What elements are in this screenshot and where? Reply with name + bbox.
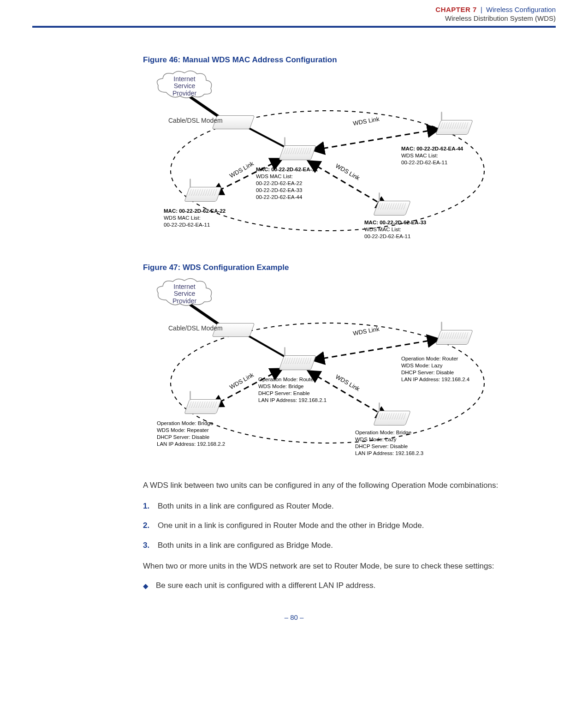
right-device-info-2: Operation Mode: Router WDS Mode: Lazy DH… — [401, 355, 469, 383]
center-mac: MAC: 00-22-2D-62-EA-11 — [256, 166, 318, 173]
router-left — [187, 187, 218, 206]
list-item-2-text: One unit in a link is configured in Rout… — [158, 520, 424, 532]
note-paragraph: When two or more units in the WDS networ… — [143, 561, 556, 572]
right-list-0: 00-22-2D-62-EA-11 — [401, 159, 463, 166]
bullet-item-1: ◆ Be sure each unit is configured with a… — [143, 581, 556, 590]
l2-l3: LAN IP Address: 192.168.2.2 — [157, 441, 225, 448]
right-mac: MAC: 00-22-2D-62-EA-44 — [401, 145, 463, 152]
router-left-2 — [187, 399, 218, 419]
list-number: 3. — [143, 540, 158, 551]
bottom-list-header: WDS MAC List: — [364, 226, 426, 233]
list-item-3-text: Both units in a link are configured as B… — [158, 540, 333, 551]
wds-link-label-4: WDS Link — [228, 371, 255, 391]
list-number: 1. — [143, 501, 158, 512]
right-device-info: MAC: 00-22-2D-62-EA-44 WDS MAC List: 00-… — [401, 145, 463, 166]
router-bottom-2 — [376, 411, 407, 430]
page-number: – 80 – — [32, 613, 556, 621]
wds-link-label-5: WDS Link — [352, 325, 380, 337]
r2-l3: LAN IP Address: 192.168.2.4 — [401, 376, 469, 383]
l2-l0: Operation Mode: Bridge — [157, 420, 225, 427]
left-list-header: WDS MAC List: — [164, 215, 226, 222]
numbered-list: 1. Both units in a link are configured a… — [143, 501, 556, 551]
c2-l0: Operation Mode: Router — [258, 376, 327, 383]
b2-l1: WDS Mode: Lazy — [355, 436, 423, 443]
left-list-0: 00-22-2D-62-EA-11 — [164, 222, 226, 228]
header-subline: Wireless Distribution System (WDS) — [32, 14, 556, 22]
left-device-info: MAC: 00-22-2D-62-EA-22 WDS MAC List: 00-… — [164, 208, 226, 228]
modem-label: Cable/DSL Modem — [168, 117, 223, 125]
isp-label-2: Internet Service Provider — [152, 283, 217, 305]
b2-l3: LAN IP Address: 192.168.2.3 — [355, 450, 423, 457]
l2-l2: DHCP Server: Disable — [157, 434, 225, 441]
wds-link-label-2: WDS Link — [352, 115, 380, 127]
center-device-info-2: Operation Mode: Router WDS Mode: Bridge … — [258, 376, 327, 404]
r2-l1: WDS Mode: Lazy — [401, 362, 469, 369]
bottom-device-info: MAC: 00-22-2D-62-EA-33 WDS MAC List: 00-… — [364, 219, 426, 240]
router-bottom — [376, 201, 407, 220]
figure47-title: Figure 47: WDS Configuration Example — [143, 263, 556, 272]
c2-l3: LAN IP Address: 192.168.2.1 — [258, 397, 327, 404]
bottom-list-0: 00-22-2D-62-EA-11 — [364, 233, 426, 240]
c2-l2: DHCP Server: Enable — [258, 390, 327, 397]
chapter-topic: Wireless Configuration — [486, 6, 556, 13]
l2-l1: WDS Mode: Repeater — [157, 427, 225, 434]
bottom-device-info-2: Operation Mode: Bridge WDS Mode: Lazy DH… — [355, 429, 423, 457]
r2-l0: Operation Mode: Router — [401, 355, 469, 362]
list-number: 2. — [143, 520, 158, 532]
figure46-diagram: Internet Service Provider Cable/DSL Mode… — [143, 69, 493, 245]
bullet-list: ◆ Be sure each unit is configured with a… — [143, 581, 556, 590]
center-list-0: 00-22-2D-62-EA-22 — [256, 180, 318, 187]
center-device-info: MAC: 00-22-2D-62-EA-11 WDS MAC List: 00-… — [256, 166, 318, 201]
list-item-3: 3. Both units in a link are configured a… — [143, 540, 556, 551]
router-right — [438, 120, 469, 139]
router-center — [281, 145, 313, 165]
c2-l1: WDS Mode: Bridge — [258, 383, 327, 390]
chapter-label: CHAPTER 7 — [435, 6, 477, 13]
figure47-diagram: Internet Service Provider Cable/DSL Mode… — [143, 277, 493, 461]
left-mac: MAC: 00-22-2D-62-EA-22 — [164, 208, 226, 215]
modem-label-2: Cable/DSL Modem — [168, 324, 223, 332]
isp-label: Internet Service Provider — [152, 76, 217, 97]
bullet-item-1-text: Be sure each unit is configured with a d… — [156, 581, 376, 590]
router-right-2 — [438, 330, 469, 349]
b2-l0: Operation Mode: Bridge — [355, 429, 423, 436]
r2-l2: DHCP Server: Disable — [401, 369, 469, 376]
isp-cloud: Internet Service Provider — [152, 69, 217, 99]
intro-paragraph: A WDS link between two units can be conf… — [143, 480, 556, 491]
wds-link-label-1: WDS Link — [228, 160, 255, 180]
b2-l2: DHCP Server: Disable — [355, 443, 423, 450]
list-item-1: 1. Both units in a link are configured a… — [143, 501, 556, 512]
header-rule — [32, 26, 556, 28]
bottom-mac: MAC: 00-22-2D-62-EA-33 — [364, 219, 426, 226]
isp-cloud-2: Internet Service Provider — [152, 277, 217, 307]
figure46-title: Figure 46: Manual WDS MAC Address Config… — [143, 55, 556, 65]
header-separator: | — [479, 6, 484, 13]
left-device-info-2: Operation Mode: Bridge WDS Mode: Repeate… — [157, 420, 225, 448]
router-center-2 — [281, 355, 313, 375]
wds-link-label-3: WDS Link — [334, 162, 361, 182]
list-item-2: 2. One unit in a link is configured in R… — [143, 520, 556, 532]
center-list-header: WDS MAC List: — [256, 173, 318, 180]
right-list-header: WDS MAC List: — [401, 152, 463, 159]
center-list-2: 00-22-2D-62-EA-44 — [256, 194, 318, 201]
list-item-1-text: Both units in a link are configured as R… — [158, 501, 334, 512]
wds-link-label-6: WDS Link — [334, 373, 361, 393]
center-list-1: 00-22-2D-62-EA-33 — [256, 187, 318, 194]
diamond-bullet-icon: ◆ — [143, 582, 148, 590]
page-header: CHAPTER 7 | Wireless Configuration Wirel… — [32, 0, 556, 24]
